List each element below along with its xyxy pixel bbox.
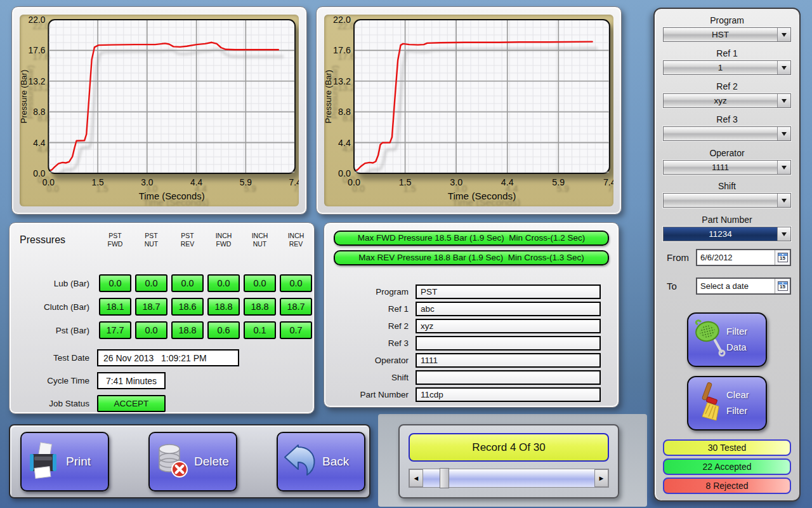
rev-pressure-chart: 0.04.48.813.217.622.00.01.53.04.45.97.4T…: [324, 15, 613, 206]
record-field-row: Operator1111: [333, 353, 610, 368]
filter-dropdowns: ProgramHSTRef 11Ref 2xyzRef 3Operator111…: [663, 14, 791, 246]
dropdown-value-ref-1: 1: [664, 61, 777, 74]
fwd-chart-frame: 0.04.48.813.217.622.00.01.53.04.45.97.4T…: [20, 15, 299, 206]
pressures-table: Pressures PSTFWDPSTNUTPSTREVINCHFWDINCHN…: [20, 232, 308, 339]
pressure-value-cell: 0.1: [244, 321, 276, 339]
pressure-value-cell: 18.8: [207, 298, 240, 316]
chevron-down-icon: [782, 199, 787, 203]
record-field-row: Shift: [333, 370, 610, 385]
record-field-row: Ref 1abc: [333, 302, 610, 316]
from-calendar-button[interactable]: 15: [775, 250, 790, 265]
column-header-inch-fwd: INCHFWD: [206, 232, 242, 257]
back-arrow-icon: [282, 442, 318, 481]
dropdown-shift[interactable]: [663, 193, 791, 208]
record-field-value: [416, 336, 601, 351]
delete-button[interactable]: Delete: [148, 432, 237, 491]
dropdown-arrow-button[interactable]: [777, 161, 790, 174]
strainer-icon: [693, 318, 726, 362]
rev-chart-panel: 0.04.48.813.217.622.00.01.53.04.45.97.4T…: [316, 6, 622, 215]
job-status-row: Job Status ACCEPT: [20, 395, 308, 412]
calendar-icon: 15: [778, 253, 788, 262]
svg-text:1.5: 1.5: [92, 177, 104, 187]
svg-text:0.0: 0.0: [43, 177, 55, 187]
scroll-right-button[interactable]: ►: [594, 469, 608, 487]
stat-accepted: 22 Accepted: [663, 458, 791, 475]
svg-text:Pressure (Bar): Pressure (Bar): [324, 70, 333, 123]
svg-text:4.4: 4.4: [33, 138, 45, 148]
pressure-value-cell: 0.0: [171, 274, 204, 292]
filter-sidebar: ProgramHSTRef 11Ref 2xyzRef 3Operator111…: [653, 8, 801, 502]
from-date-value[interactable]: 6/6/2012: [697, 250, 775, 265]
record-field-row: Ref 2xyz: [333, 319, 610, 333]
record-field-value: 11cdp: [416, 387, 601, 402]
to-calendar-button[interactable]: 15: [775, 279, 790, 293]
svg-text:4.4: 4.4: [190, 177, 202, 187]
svg-text:Time (Seconds): Time (Seconds): [139, 191, 205, 201]
dropdown-arrow-button[interactable]: [777, 94, 790, 107]
chevron-down-icon: [782, 99, 787, 103]
from-date-row: From 6/6/2012 15: [667, 249, 791, 266]
dropdown-ref-2[interactable]: xyz: [663, 93, 791, 108]
scrollbar-thumb[interactable]: [440, 468, 449, 488]
stat-tested: 30 Tested: [663, 439, 791, 456]
dropdown-arrow-button[interactable]: [777, 127, 790, 140]
svg-text:7.4: 7.4: [289, 177, 299, 187]
svg-text:17.6: 17.6: [333, 46, 351, 56]
print-label: Print: [66, 455, 91, 469]
to-date-value[interactable]: Select a date: [697, 279, 775, 293]
column-header-inch-nut: INCHNUT: [242, 232, 278, 257]
dropdown-ref-3[interactable]: [663, 126, 791, 141]
clear-filter-button[interactable]: Clear Filter: [687, 376, 767, 431]
results-viewer-window: 0.04.48.813.217.622.00.01.53.04.45.97.4T…: [0, 0, 812, 508]
record-field-label: Ref 2: [333, 321, 416, 331]
scroll-left-button[interactable]: ◄: [409, 469, 423, 487]
dropdown-arrow-button[interactable]: [777, 28, 790, 41]
scrollbar-track[interactable]: [423, 469, 594, 487]
dropdown-label-shift: Shift: [663, 180, 791, 193]
svg-text:13.2: 13.2: [29, 76, 46, 86]
test-statistics: 30 Tested22 Accepted8 Rejected: [663, 439, 791, 494]
pressure-value-cell: 0.0: [280, 274, 312, 292]
svg-text:8.8: 8.8: [33, 107, 45, 117]
filter-data-label: Filter Data: [726, 324, 747, 356]
dropdown-program[interactable]: HST: [663, 27, 791, 42]
pressure-value-cell: 0.0: [99, 274, 131, 292]
dropdown-value-shift: [664, 194, 777, 207]
column-header-inch-rev: INCHREV: [278, 232, 314, 257]
svg-text:7.4: 7.4: [603, 177, 613, 187]
record-field-value: xyz: [416, 319, 601, 333]
test-date-row: Test Date 26 Nov 2013 1:09:21 PM: [20, 349, 308, 366]
back-button[interactable]: Back: [277, 432, 365, 491]
dropdown-value-ref-3: [664, 127, 777, 140]
dropdown-part-number[interactable]: 11234: [663, 227, 791, 241]
to-date-picker[interactable]: Select a date 15: [696, 277, 791, 295]
max-fwd-pressure-bar: Max FWD Pressure 18.5 Bar (1.9 Sec) Min …: [334, 231, 609, 246]
dropdown-label-program: Program: [663, 14, 791, 27]
chevron-down-icon: [782, 132, 787, 136]
print-button[interactable]: Print: [20, 432, 109, 491]
chevron-down-icon: [782, 232, 787, 236]
dropdown-value-operator: 1111: [664, 161, 777, 174]
record-scrollbar[interactable]: ◄ ►: [409, 469, 609, 488]
summary-panel: Max FWD Pressure 18.5 Bar (1.9 Sec) Min …: [324, 222, 619, 408]
record-counter: Record 4 Of 30: [409, 433, 609, 462]
dropdown-arrow-button[interactable]: [777, 227, 790, 241]
to-label: To: [667, 281, 696, 291]
dropdown-label-ref-1: Ref 1: [663, 47, 791, 60]
svg-text:5.9: 5.9: [552, 177, 565, 187]
dropdown-arrow-button[interactable]: [777, 61, 790, 74]
dropdown-arrow-button[interactable]: [777, 194, 790, 207]
pressure-value-cell: 0.7: [280, 321, 312, 339]
record-field-row: Ref 3: [333, 336, 610, 351]
pressure-value-cell: 0.6: [207, 321, 240, 339]
record-field-label: Program: [333, 287, 416, 297]
from-date-picker[interactable]: 6/6/2012 15: [696, 249, 791, 266]
svg-text:5.9: 5.9: [240, 177, 252, 187]
column-header-pst-nut: PSTNUT: [133, 232, 169, 257]
record-field-label: Shift: [333, 373, 416, 382]
cycle-time-row: Cycle Time 7:41 Minutes: [20, 372, 308, 389]
svg-text:8.8: 8.8: [338, 107, 351, 117]
dropdown-ref-1[interactable]: 1: [663, 60, 791, 75]
filter-data-button[interactable]: Filter Data: [687, 312, 767, 367]
dropdown-operator[interactable]: 1111: [663, 160, 791, 175]
